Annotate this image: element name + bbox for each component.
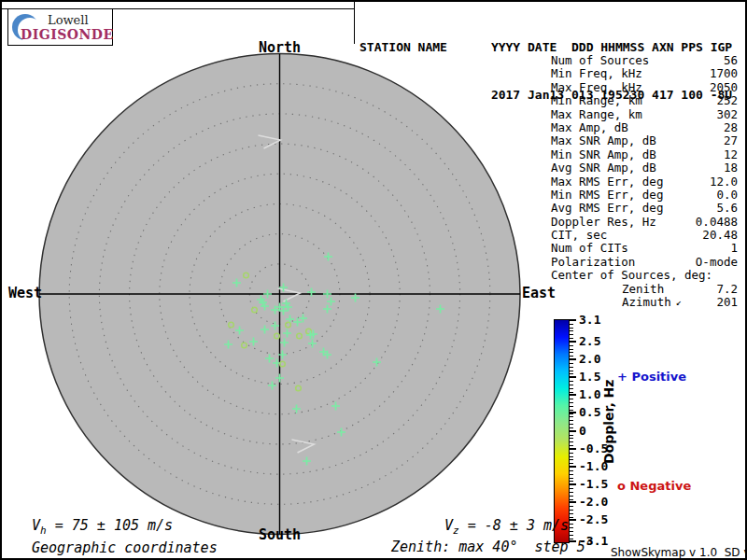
stat-value: 252 — [716, 94, 738, 107]
stat-value: 28 — [724, 121, 738, 134]
stats-row: Max Amp, dB28 — [551, 121, 738, 134]
vz-value: = -8 ± 3 m/s — [459, 517, 569, 534]
colorbar-tick-label: -1.5 — [579, 477, 608, 492]
vh-subscript: h — [40, 525, 47, 537]
colorbar-tick-label: 3.1 — [579, 313, 600, 328]
stats-row: Max RMS Err, deg12.0 — [551, 175, 738, 189]
software-version-label: ShowSkymap v 1.0 SD v 5.1 — [611, 546, 747, 559]
stat-label: Max Range, km — [551, 108, 642, 121]
stat-value: 20.48 — [702, 229, 738, 242]
stat-value: 56 — [724, 54, 738, 67]
vz-symbol: V — [444, 517, 453, 534]
colorbar-major-tick — [570, 341, 576, 343]
colorbar-tick-label: 2.5 — [579, 334, 600, 349]
colorbar-major-tick — [570, 319, 576, 321]
stat-value: 18 — [724, 161, 738, 175]
stats-row: CIT, sec20.48 — [551, 229, 738, 242]
stat-value: 7.2 — [716, 283, 738, 296]
stats-row: Max SNR Amp, dB27 — [551, 134, 738, 147]
zenith-scale-note: Zenith: max 40° step 5° — [391, 539, 594, 555]
showskymap-window: Lowell DIGISONDE STATION NAME YYYY DATE … — [0, 0, 747, 560]
stat-value: 201 — [716, 296, 738, 309]
colorbar-major-tick — [570, 519, 576, 521]
vh-symbol: V — [32, 517, 40, 534]
coordinate-system-label: Geographic coordinates — [32, 539, 218, 556]
stat-label: Avg RMS Err, deg — [551, 202, 663, 215]
colorbar-major-tick — [570, 448, 576, 450]
legend-positive: + Positive — [617, 370, 686, 384]
horizontal-velocity-readout: Vh = 75 ± 105 m/s — [32, 517, 173, 537]
stats-row: Avg RMS Err, deg5.6 — [551, 202, 738, 215]
colorbar-major-tick — [570, 466, 576, 468]
colorbar-major-tick — [570, 358, 576, 360]
azimuth-direction-arrow-icon: ↙ — [676, 296, 682, 309]
stat-value: 12 — [724, 148, 738, 161]
colorbar-tick-label: -2.0 — [579, 495, 608, 510]
stat-value: O-mode — [696, 256, 738, 269]
colorbar-tick-label: 0 — [579, 424, 586, 439]
stats-panel: Num of Sources56Min Freq, kHz1700Max Fre… — [551, 54, 738, 309]
colorbar-tick-label: 1.5 — [579, 370, 600, 385]
stat-label: Doppler Res, Hz — [551, 216, 656, 229]
stat-label: Min SNR Amp, dB — [551, 148, 656, 161]
stats-row: Min SNR Amp, dB12 — [551, 148, 738, 161]
stat-label: Zenith — [622, 283, 664, 296]
colorbar-tick-label: -1.0 — [579, 459, 608, 474]
vh-value: = 75 ± 105 m/s — [47, 517, 173, 534]
legend-negative-label: Negative — [629, 479, 691, 493]
stat-label: Min Range, km — [551, 94, 642, 107]
colorbar-major-tick — [570, 412, 576, 413]
stats-row: Min RMS Err, deg0.0 — [551, 189, 738, 202]
stats-row: Doppler Res, Hz0.0488 — [551, 216, 738, 229]
colorbar-tick-label: 1.0 — [579, 387, 600, 402]
colorbar-major-tick — [570, 376, 576, 378]
stat-label: Max Amp, dB — [551, 121, 628, 134]
stats-row: Max Range, km302 — [551, 108, 738, 121]
stat-value: 1700 — [710, 67, 738, 80]
stat-label: Min Freq, kHz — [551, 67, 642, 80]
stat-value: 0.0488 — [696, 216, 738, 229]
vz-subscript: z — [453, 525, 459, 537]
stat-label: Max SNR Amp, dB — [551, 134, 656, 147]
vertical-velocity-readout: Vz = -8 ± 3 m/s — [444, 517, 569, 537]
colorbar-major-tick — [570, 501, 576, 503]
compass-west-label: West — [8, 285, 42, 301]
stat-label: Avg SNR Amp, dB — [551, 161, 656, 175]
colorbar-tick-label: 0.5 — [579, 405, 600, 420]
compass-south-label: South — [259, 526, 301, 543]
stats-row: Center of Sources, deg: — [551, 269, 738, 282]
stat-label: Center of Sources, deg: — [551, 269, 712, 282]
stat-label: Min RMS Err, deg — [551, 189, 663, 202]
stat-value: 2050 — [710, 81, 738, 94]
legend-negative: o Negative — [617, 479, 691, 493]
compass-north-label: North — [259, 39, 301, 56]
stat-value: 0.0 — [716, 189, 738, 202]
stat-value: 1 — [730, 242, 738, 255]
stats-row: PolarizationO-mode — [551, 256, 738, 269]
stat-label: CIT, sec — [551, 229, 607, 242]
stats-row: Max Freq, kHz2050 — [551, 81, 738, 94]
colorbar-tick-label: -2.5 — [579, 512, 608, 527]
stats-row: Num of Sources56 — [551, 54, 738, 67]
circle-symbol-icon: o — [617, 479, 626, 493]
stat-label: Azimuth — [622, 296, 671, 309]
stat-value: 302 — [716, 108, 738, 121]
stat-label: Num of CITs — [551, 242, 628, 255]
colorbar-tick-label: -0.5 — [579, 441, 608, 456]
stat-label: Num of Sources — [551, 54, 649, 67]
legend-positive-label: Positive — [631, 370, 686, 384]
stats-row: Zenith7.2 — [551, 283, 738, 296]
colorbar-major-tick — [570, 430, 576, 432]
stats-row: Azimuth↙201 — [551, 296, 738, 309]
stat-value: 27 — [724, 134, 738, 147]
colorbar-major-tick — [570, 540, 576, 542]
stats-row: Num of CITs1 — [551, 242, 738, 255]
colorbar-tick-label: 2.0 — [579, 352, 600, 367]
stat-label: Max Freq, kHz — [551, 81, 642, 94]
stats-row: Min Range, km252 — [551, 94, 738, 107]
stat-value: 5.6 — [716, 202, 738, 215]
stats-row: Avg SNR Amp, dB18 — [551, 161, 738, 175]
plus-symbol-icon: + — [617, 370, 627, 384]
colorbar-tick-label: -3.1 — [579, 534, 608, 549]
stat-label: Polarization — [551, 256, 635, 269]
